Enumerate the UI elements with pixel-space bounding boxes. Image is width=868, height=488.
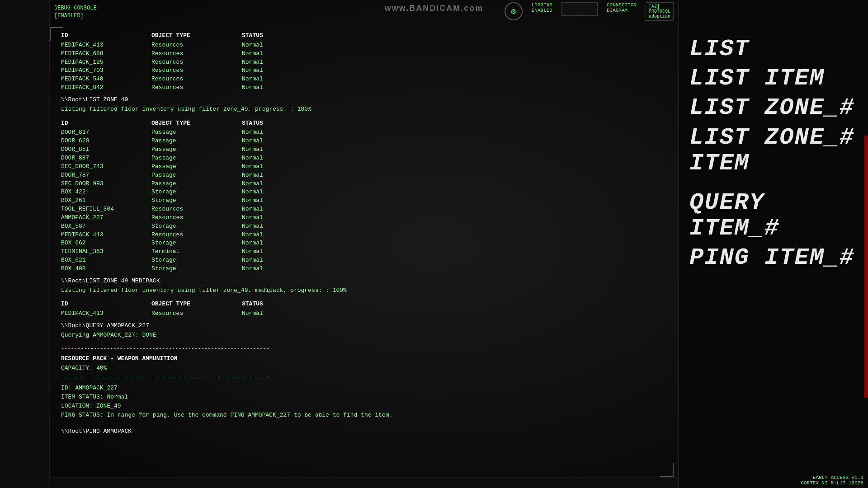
table3-col-status: STATUS <box>242 300 296 309</box>
table-row: BOX_621StorageNormal <box>61 256 662 265</box>
row-id: MEDIPACK_688 <box>61 50 151 58</box>
row-status: Normal <box>242 214 296 222</box>
table2-header: ID OBJECT TYPE STATUS <box>61 119 662 128</box>
cmd-list: LIST <box>689 36 857 62</box>
row-type: Storage <box>151 188 242 197</box>
connection-sub: DIAGRAM <box>607 8 637 13</box>
row-type: Resources <box>151 231 242 239</box>
row-id: DOOR_787 <box>61 171 151 180</box>
row-type: Resources <box>151 205 242 214</box>
row-id: TOOL_REFILL_304 <box>61 205 151 214</box>
signal-display <box>561 2 598 16</box>
row-id: MEDIPACK_413 <box>61 231 151 239</box>
row-id: MEDIPACK_703 <box>61 66 151 75</box>
table-row: TERMINAL_353TerminalNormal <box>61 248 662 256</box>
row-status: Normal <box>242 50 296 58</box>
version-line2: CORTEX NI R:L17 19028 <box>801 480 863 486</box>
row-status: Normal <box>242 265 296 273</box>
connection-diagram: CONNECTION DIAGRAM <box>607 2 637 13</box>
query-detail-status: ITEM STATUS: Normal <box>61 393 662 402</box>
cmd-list-zone-item: LIST ZONE_# ITEM <box>689 125 857 176</box>
row-status: Normal <box>242 171 296 180</box>
protocol-box[interactable]: [A2] PROTOCOL adoption <box>646 2 674 21</box>
row-id: BOX_408 <box>61 265 151 273</box>
table-row: SEC_DOOR_743PassageNormal <box>61 163 662 171</box>
row-type: Passage <box>151 137 242 145</box>
query-capacity: CAPACITY: 40% <box>61 364 662 373</box>
row-type: Resources <box>151 66 242 75</box>
table3-header: ID OBJECT TYPE STATUS <box>61 300 662 309</box>
table-row: BOX_408StorageNormal <box>61 265 662 273</box>
table-row: BOX_422StorageNormal <box>61 188 662 197</box>
row-type: Storage <box>151 222 242 231</box>
row-id: SEC_DOOR_743 <box>61 163 151 171</box>
table1-col-id: ID <box>61 32 151 40</box>
divider1: ----------------------------------------… <box>61 345 662 353</box>
row-status: Normal <box>242 231 296 239</box>
row-id: BOX_662 <box>61 239 151 248</box>
command4-prompt[interactable]: \\Root\PING AMMOPACK <box>61 427 662 436</box>
table-row: DOOR_787PassageNormal <box>61 171 662 180</box>
row-status: Normal <box>242 180 296 188</box>
row-id: MEDIPACK_842 <box>61 84 151 92</box>
command2-result: Listing filtered floor inventory using f… <box>61 286 662 295</box>
row-id: DOOR_851 <box>61 145 151 154</box>
command2-prompt: \\Root\LIST ZONE_49 MEDIPACK <box>61 277 662 286</box>
row-status: Normal <box>242 310 296 318</box>
watermark-brand: BANDICAM <box>409 4 461 13</box>
debug-console-title: DEBUG CONSOLE <box>54 5 97 12</box>
row-id: DOOR_628 <box>61 137 151 145</box>
connection-label: CONNECTION <box>607 2 637 8</box>
row-type: Terminal <box>151 248 242 256</box>
debug-console-label: DEBUG CONSOLE [ENABLED] <box>54 5 97 20</box>
table1-header: ID OBJECT TYPE STATUS <box>61 32 662 40</box>
gear-icon[interactable]: ⚙ <box>505 2 523 20</box>
left-panel <box>0 0 50 488</box>
cmd-list-zone: LIST ZONE_# <box>689 95 857 121</box>
query-detail-location: LOCATION: ZONE_49 <box>61 402 662 411</box>
row-status: Normal <box>242 239 296 248</box>
protocol-detail: adoption <box>649 14 670 19</box>
table-row: MEDIPACK_413ResourcesNormal <box>61 231 662 239</box>
row-status: Normal <box>242 163 296 171</box>
row-id: BOX_422 <box>61 188 151 197</box>
table1: ID OBJECT TYPE STATUS MEDIPACK_413Resour… <box>61 32 662 92</box>
query-detail-ping: PING STATUS: In range for ping. Use the … <box>61 411 662 420</box>
row-status: Normal <box>242 58 296 67</box>
red-accent-bar <box>864 136 868 398</box>
row-id: TERMINAL_353 <box>61 248 151 256</box>
row-status: Normal <box>242 154 296 163</box>
table2-col-id: ID <box>61 119 151 128</box>
row-id: MEDIPACK_413 <box>61 310 151 318</box>
row-id: MEDIPACK_540 <box>61 75 151 84</box>
table1-col-type: OBJECT TYPE <box>151 32 242 40</box>
row-type: Storage <box>151 256 242 265</box>
table-row: MEDIPACK_688ResourcesNormal <box>61 50 662 58</box>
table-row: DOOR_628PassageNormal <box>61 137 662 145</box>
table-row: SEC_DOOR_993PassageNormal <box>61 180 662 188</box>
row-type: Resources <box>151 50 242 58</box>
row-id: SEC_DOOR_993 <box>61 180 151 188</box>
command1-prompt: \\Root\LIST ZONE_49 <box>61 96 662 104</box>
row-type: Passage <box>151 163 242 171</box>
row-status: Normal <box>242 205 296 214</box>
table-row: MEDIPACK_413ResourcesNormal <box>61 41 662 50</box>
row-id: DOOR_887 <box>61 154 151 163</box>
row-type: Resources <box>151 310 242 318</box>
row-id: BOX_621 <box>61 256 151 265</box>
table3-col-type: OBJECT TYPE <box>151 300 242 309</box>
table-row: DOOR_851PassageNormal <box>61 145 662 154</box>
row-type: Resources <box>151 214 242 222</box>
row-type: Passage <box>151 128 242 137</box>
row-status: Normal <box>242 41 296 50</box>
table3-col-id: ID <box>61 300 151 309</box>
table-row: MEDIPACK_540ResourcesNormal <box>61 75 662 84</box>
table-row: MEDIPACK_413ResourcesNormal <box>61 310 662 318</box>
row-id: AMMOPACK_227 <box>61 214 151 222</box>
table-row: TOOL_REFILL_304ResourcesNormal <box>61 205 662 214</box>
cmd-query-item: QUERY ITEM_# <box>689 190 857 241</box>
corner-bracket-tl <box>50 27 63 41</box>
table-row: AMMOPACK_227ResourcesNormal <box>61 214 662 222</box>
table1-col-status: STATUS <box>242 32 296 40</box>
row-status: Normal <box>242 145 296 154</box>
